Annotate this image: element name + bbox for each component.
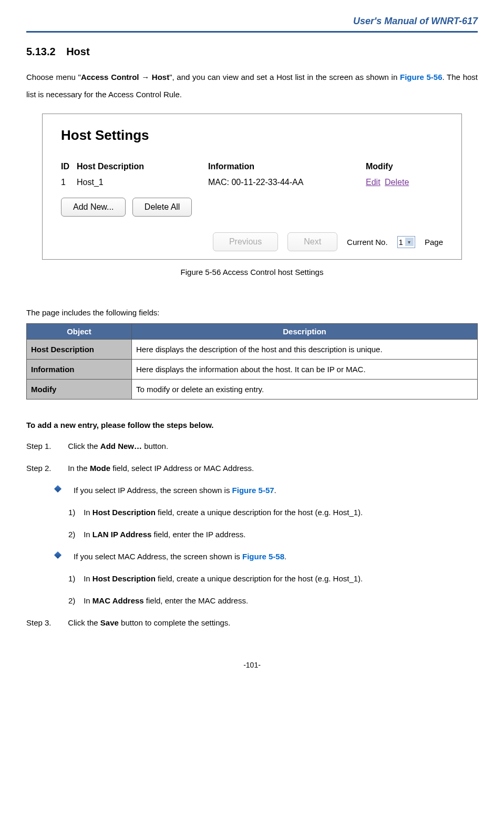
intro-text: Choose menu " (26, 73, 81, 81)
button-row: Add New... Delete All (50, 198, 454, 217)
bullet-text: If you select IP Address, the screen sho… (74, 486, 232, 495)
step-text: field, select IP Address or MAC Address. (110, 464, 254, 473)
col-id-header: ID (61, 162, 77, 171)
step-3: Step 3. Click the Save button to complet… (26, 617, 478, 629)
numbered-item: 1) In Host Description field, create a u… (68, 506, 478, 519)
col-desc-header: Host Description (77, 162, 208, 171)
fields-intro: The page includes the following fields: (26, 308, 478, 317)
description-cell: Here displays the information about the … (132, 360, 478, 380)
bullet-item: If you select MAC Address, the screen sh… (55, 550, 478, 563)
add-entry-title: To add a new entry, please follow the st… (26, 421, 478, 429)
step-label: Step 2. (26, 462, 66, 475)
figure-caption: Figure 5-56 Access Control host Settings (26, 268, 478, 276)
figure-reference-link[interactable]: Figure 5-58 (242, 552, 284, 561)
table-row: Host Description Here displays the descr… (27, 340, 478, 360)
step-text: button. (142, 442, 168, 450)
table-row: Modify To modify or delete an existing e… (27, 380, 478, 399)
section-heading: 5.13.2 Host (26, 46, 478, 58)
col-modify-header: Modify (366, 162, 429, 171)
item-number: 2) (68, 595, 81, 607)
intro-text: ", and you can view and set a Host list … (169, 73, 400, 81)
cell-info: MAC: 00-11-22-33-44-AA (208, 178, 366, 187)
item-text: In (84, 574, 92, 583)
item-bold: LAN IP Address (92, 530, 152, 539)
bullet-item: If you select IP Address, the screen sho… (55, 484, 478, 497)
table-row: Information Here displays the informatio… (27, 360, 478, 380)
numbered-item: 2) In LAN IP Address field, enter the IP… (68, 528, 478, 541)
step-text: Click the (68, 442, 100, 450)
caption-text: Access Control host Settings (221, 268, 323, 276)
step-bold: Mode (90, 464, 110, 473)
item-bold: Host Description (92, 574, 156, 583)
item-bold: MAC Address (92, 596, 144, 605)
item-text: In (84, 530, 92, 539)
screenshot-title: Host Settings (61, 127, 454, 144)
step-1: Step 1. Click the Add New… button. (26, 440, 478, 453)
step-bold: Add New… (100, 442, 142, 450)
page-header: User's Manual of WNRT-617 (26, 16, 478, 33)
chevron-down-icon: ▾ (405, 238, 414, 246)
bullet-text: . (284, 552, 286, 561)
item-number: 2) (68, 528, 81, 541)
table-header-description: Description (132, 324, 478, 340)
bullet-text: . (274, 486, 276, 495)
section-title: Host (66, 46, 89, 57)
previous-button[interactable]: Previous (213, 232, 278, 251)
step-2: Step 2. In the Mode field, select IP Add… (26, 462, 478, 475)
item-text: field, create a unique description for t… (156, 574, 363, 583)
cell-desc: Host_1 (77, 178, 208, 187)
page-label: Page (425, 238, 443, 247)
description-cell: Here displays the description of the hos… (132, 340, 478, 360)
item-text: field, create a unique description for t… (156, 508, 363, 517)
object-cell: Host Description (27, 340, 132, 360)
item-text: field, enter the MAC address. (144, 596, 248, 605)
intro-bold: Access Control → Host (81, 73, 169, 81)
intro-paragraph: Choose menu "Access Control → Host", and… (26, 68, 478, 103)
fields-table: Object Description Host Description Here… (26, 323, 478, 399)
cell-modify: Edit Delete (366, 178, 429, 187)
step-bold: Save (100, 618, 119, 627)
screenshot-figure: Host Settings ID Host Description Inform… (42, 114, 462, 260)
current-label: Current No. (347, 238, 388, 247)
step-text: button to complete the settings. (119, 618, 231, 627)
bullet-text: If you select MAC Address, the screen sh… (74, 552, 242, 561)
item-bold: Host Description (92, 508, 156, 517)
col-info-header: Information (208, 162, 366, 171)
page-select[interactable]: 1 ▾ (397, 236, 415, 248)
delete-link[interactable]: Delete (385, 178, 409, 187)
figure-reference-link[interactable]: Figure 5-57 (232, 486, 274, 495)
object-cell: Information (27, 360, 132, 380)
step-label: Step 1. (26, 440, 66, 453)
item-text: In (84, 596, 92, 605)
page-select-value: 1 (399, 238, 403, 247)
table-header-row: ID Host Description Information Modify (50, 162, 454, 171)
item-number: 1) (68, 506, 81, 519)
numbered-item: 2) In MAC Address field, enter the MAC a… (68, 595, 478, 607)
next-button[interactable]: Next (287, 232, 337, 251)
description-cell: To modify or delete an existing entry. (132, 380, 478, 399)
item-number: 1) (68, 572, 81, 585)
edit-link[interactable]: Edit (366, 178, 380, 187)
object-cell: Modify (27, 380, 132, 399)
numbered-item: 1) In Host Description field, create a u… (68, 572, 478, 585)
page-number: -101- (26, 661, 478, 669)
cell-id: 1 (61, 178, 77, 187)
item-text: In (84, 508, 92, 517)
caption-figure-number: Figure 5-56 (181, 268, 221, 276)
step-text: In the (68, 464, 90, 473)
section-number: 5.13.2 (26, 46, 56, 57)
add-new-button[interactable]: Add New... (61, 198, 126, 217)
pagination-row: Previous Next Current No. 1 ▾ Page (50, 232, 454, 251)
step-text: Click the (68, 618, 100, 627)
item-text: field, enter the IP address. (151, 530, 245, 539)
delete-all-button[interactable]: Delete All (132, 198, 192, 217)
figure-reference-link[interactable]: Figure 5-56 (400, 73, 443, 81)
table-row: 1 Host_1 MAC: 00-11-22-33-44-AA Edit Del… (50, 178, 454, 187)
table-header-object: Object (27, 324, 132, 340)
step-label: Step 3. (26, 617, 66, 629)
